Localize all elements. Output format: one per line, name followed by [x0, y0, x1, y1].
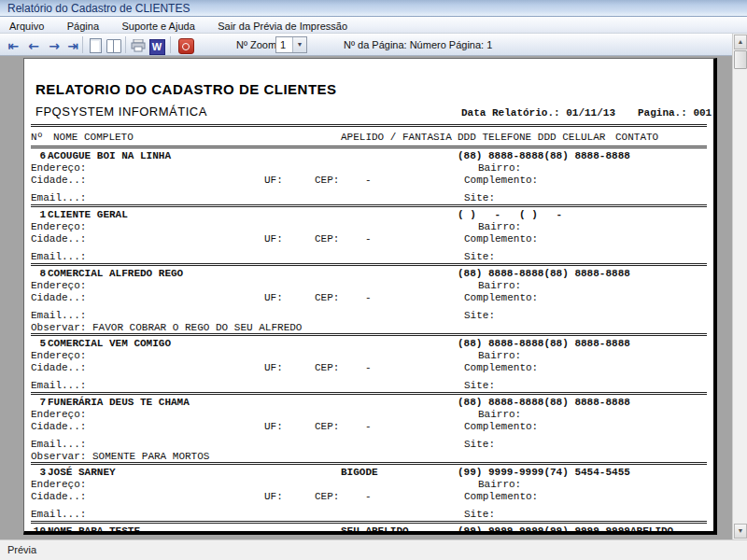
observar-value: SOMENTE PARA MORTOS	[92, 451, 209, 463]
toolbar-separator	[125, 36, 126, 53]
chevron-down-icon: ▼	[292, 37, 306, 52]
report-preview-window: Relatório do Cadastro de CLIENTES Arquiv…	[0, 0, 747, 560]
scroll-down-icon: ▼	[738, 527, 744, 534]
record-phone: (88) 8888-8888(88) 8888-8888	[458, 150, 630, 162]
site-label: Site:	[464, 439, 495, 451]
zoom-value: 1	[280, 39, 286, 50]
single-page-view-button[interactable]	[86, 35, 105, 54]
observar-label: Observar:	[31, 322, 86, 334]
record-number: 10	[31, 525, 46, 531]
record-name-row: 6 ACOUGUE BOI NA LINHA (88) 8888-8888(88…	[31, 150, 707, 162]
two-page-view-button[interactable]	[105, 35, 123, 54]
complemento-label: Complemento:	[464, 292, 538, 304]
record-address-row: Endereço: Bairro:	[31, 280, 707, 292]
record-number: 7	[31, 397, 46, 409]
column-header-phone: DDD TELEFONE DDD CELULAR	[458, 132, 605, 144]
zoom-label: Nº Zoom	[236, 39, 276, 50]
vertical-scrollbar[interactable]: ▲ ▼	[732, 34, 747, 539]
cep-label: CEP:	[315, 421, 339, 433]
site-label: Site:	[464, 310, 495, 322]
two-pages-icon	[106, 39, 121, 53]
record-city-row: Cidade..: UF: CEP: - Complemento:	[31, 233, 707, 245]
email-label: Email...:	[31, 380, 86, 392]
record-observar-row: Observar: SOMENTE PARA MORTOS	[31, 451, 707, 462]
complemento-label: Complemento:	[464, 362, 538, 374]
scroll-up-button[interactable]: ▲	[734, 35, 747, 49]
client-record: 6 ACOUGUE BOI NA LINHA (88) 8888-8888(88…	[31, 148, 707, 207]
export-word-button[interactable]: W	[148, 35, 166, 54]
report-page: RELATORIO DO CADASTRO DE CLIENTES FPQSYS…	[23, 58, 717, 535]
record-city-row: Cidade..: UF: CEP: - Complemento:	[31, 421, 707, 433]
records: 6 ACOUGUE BOI NA LINHA (88) 8888-8888(88…	[31, 148, 707, 531]
toolbar-separator	[82, 36, 83, 53]
preview-area: RELATORIO DO CADASTRO DE CLIENTES FPQSYS…	[0, 56, 732, 539]
record-number: 6	[31, 150, 46, 162]
email-label: Email...:	[31, 439, 86, 451]
record-number: 5	[31, 338, 46, 350]
window-title: Relatório do Cadastro de CLIENTES	[7, 2, 190, 15]
record-name-row: 7 FUNERÁRIA DEUS TE CHAMA (88) 8888-8888…	[31, 397, 707, 409]
record-name: CLIENTE GERAL	[48, 209, 128, 221]
previous-page-button[interactable]: ←	[24, 35, 43, 54]
email-label: Email...:	[31, 192, 86, 204]
uf-label: UF:	[264, 233, 283, 245]
last-page-icon: ⇥	[67, 38, 78, 53]
uf-label: UF:	[264, 362, 283, 374]
client-record: 5 COMERCIAL VEM COMIGO (88) 8888-8888(88…	[31, 336, 707, 395]
endereco-label: Endereço:	[31, 162, 86, 175]
toolbar-separator	[170, 36, 171, 53]
scroll-down-button[interactable]: ▼	[734, 524, 747, 539]
record-apelido: BIGODE	[341, 467, 378, 479]
cidade-label: Cidade..:	[31, 292, 86, 304]
uf-label: UF:	[264, 491, 283, 503]
record-name-row: 8 COMERCIAL ALFREDO REGO (88) 8888-8888(…	[31, 268, 707, 280]
cep-dash: -	[365, 491, 372, 503]
record-name-row: 5 COMERCIAL VEM COMIGO (88) 8888-8888(88…	[31, 338, 707, 350]
zoom-dropdown[interactable]: 1 ▼	[275, 36, 307, 53]
first-page-button[interactable]: ⇤	[4, 35, 22, 54]
titlebar[interactable]: Relatório do Cadastro de CLIENTES	[0, 0, 747, 17]
column-header-apelido: APELIDO / FANTASIA	[341, 132, 452, 144]
scrollbar-thumb[interactable]	[734, 50, 747, 69]
column-header-contato: CONTATO	[615, 132, 658, 144]
report-page-number: Pagina.: 001	[638, 107, 712, 119]
bairro-label: Bairro:	[478, 479, 521, 491]
complemento-label: Complemento:	[464, 233, 538, 245]
record-observar-row: Observar: FAVOR COBRAR O REGO DO SEU ALF…	[31, 322, 707, 333]
site-label: Site:	[464, 192, 495, 204]
report-body: RELATORIO DO CADASTRO DE CLIENTES FPQSYS…	[31, 59, 707, 531]
site-label: Site:	[464, 251, 495, 263]
client-record: 8 COMERCIAL ALFREDO REGO (88) 8888-8888(…	[31, 266, 707, 336]
record-number: 8	[31, 268, 46, 280]
last-page-button[interactable]: ⇥	[63, 35, 82, 54]
close-preview-button[interactable]	[176, 35, 195, 54]
record-phone: ( ) - ( ) -	[458, 209, 562, 221]
record-name-row: 3 JOSÉ SARNEY BIGODE (99) 9999-9999(74) …	[31, 467, 707, 479]
site-label: Site:	[464, 509, 495, 521]
record-email-row: Email...: Site:	[31, 192, 707, 204]
record-phone: (88) 8888-8888(88) 8888-8888	[458, 338, 630, 350]
cidade-label: Cidade..:	[31, 491, 86, 503]
site-label: Site:	[464, 380, 495, 392]
client-record: 7 FUNERÁRIA DEUS TE CHAMA (88) 8888-8888…	[31, 395, 707, 465]
record-email-row: Email...: Site:	[31, 439, 707, 451]
status-text: Prévia	[7, 544, 36, 555]
endereco-label: Endereço:	[31, 479, 86, 491]
cep-dash: -	[365, 233, 372, 245]
next-page-button[interactable]: →	[45, 35, 63, 54]
record-number: 3	[31, 467, 46, 479]
single-page-icon	[90, 38, 102, 53]
cep-label: CEP:	[315, 362, 339, 374]
column-header-name: NOME COMPLETO	[53, 132, 134, 144]
report-company: FPQSYSTEM INFORMÁTICA	[35, 105, 207, 119]
cep-label: CEP:	[315, 491, 339, 503]
record-address-row: Endereço: Bairro:	[31, 221, 707, 233]
client-record: 3 JOSÉ SARNEY BIGODE (99) 9999-9999(74) …	[31, 465, 707, 524]
cidade-label: Cidade..:	[31, 421, 86, 433]
print-button[interactable]	[129, 35, 148, 54]
next-page-icon: →	[49, 38, 60, 53]
bairro-label: Bairro:	[478, 409, 521, 421]
uf-label: UF:	[264, 292, 283, 304]
cep-label: CEP:	[315, 233, 339, 245]
header-rule	[31, 124, 707, 127]
